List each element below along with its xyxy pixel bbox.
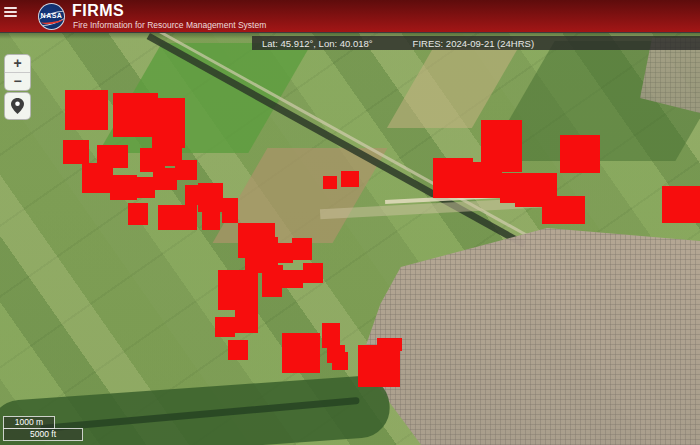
menu-hamburger-icon[interactable] [4,7,17,17]
fire-detection[interactable] [560,135,600,173]
fire-detection[interactable] [63,140,89,164]
fire-detection[interactable] [262,273,282,297]
app-header: NASA FIRMS Fire Information for Resource… [0,0,700,33]
map-scale-bar: 1000 m 5000 ft [3,416,83,441]
fire-detection[interactable] [542,196,585,224]
fire-detection[interactable] [332,352,348,370]
fire-detection[interactable] [202,210,220,230]
fire-detection[interactable] [662,186,700,223]
fire-detection[interactable] [82,163,113,193]
logo-text: NASA [39,12,64,19]
fire-detection-layer [0,0,700,445]
fire-detection[interactable] [341,171,359,187]
fire-detection[interactable] [218,270,258,310]
fire-detection[interactable] [323,176,337,189]
fire-detection[interactable] [128,203,148,225]
zoom-out-button[interactable]: − [5,73,30,90]
fire-detection[interactable] [292,238,312,260]
fire-detection[interactable] [135,177,155,198]
fire-detection[interactable] [198,183,223,212]
nasa-logo-icon[interactable]: NASA [38,3,65,30]
fire-detection[interactable] [153,168,177,190]
fire-detection[interactable] [158,205,197,230]
page-title: FIRMS [72,2,124,20]
zoom-in-button[interactable]: + [5,55,30,72]
location-pin-icon [11,98,24,114]
fire-detection[interactable] [110,175,137,200]
fire-detection[interactable] [235,310,258,333]
fire-detection[interactable] [433,158,473,198]
zoom-control: + − [4,54,31,91]
locate-button[interactable] [4,92,31,120]
fire-detection[interactable] [282,270,303,288]
fire-detection[interactable] [303,263,323,283]
fire-detection[interactable] [282,333,320,373]
fire-detection[interactable] [175,160,197,180]
fire-detection[interactable] [228,340,248,360]
fire-detection[interactable] [377,338,402,351]
fire-detection[interactable] [215,317,235,337]
fire-detection[interactable] [358,345,400,387]
fire-detection[interactable] [222,198,238,223]
coordinates-readout: Lat: 45.912°, Lon: 40.018° [262,38,373,49]
fire-detection[interactable] [275,243,293,263]
fires-date-readout: FIRES: 2024-09-21 (24HRS) [413,38,534,49]
page-subtitle: Fire Information for Resource Management… [73,20,266,30]
fire-detection[interactable] [65,90,108,130]
map-status-bar: Lat: 45.912°, Lon: 40.018° FIRES: 2024-0… [252,36,700,50]
fire-detection[interactable] [472,162,502,198]
scale-imperial: 5000 ft [3,428,83,441]
